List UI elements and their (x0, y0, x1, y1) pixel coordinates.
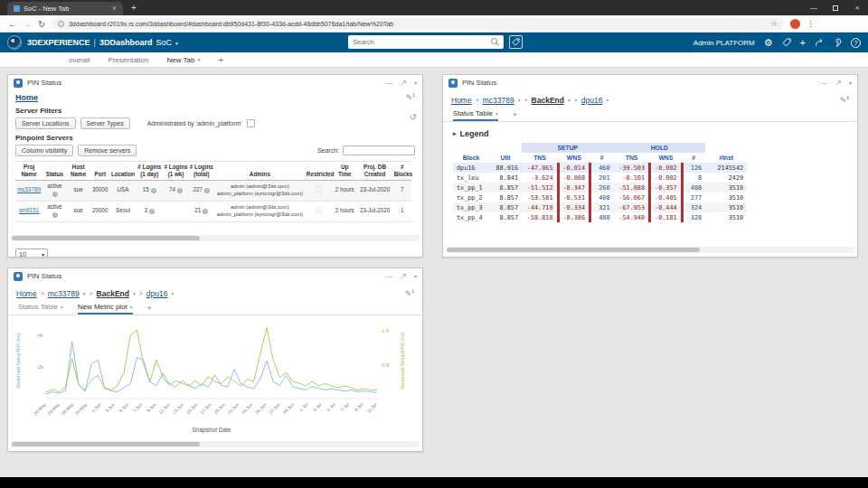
edit-widget-button[interactable]: ✎1 (840, 95, 849, 105)
restricted-checkbox[interactable] (316, 186, 323, 193)
browser-menu-icon[interactable]: ⋮ (807, 19, 815, 28)
breadcrumb-home[interactable]: Home (451, 96, 472, 105)
tab-presentation[interactable]: Presentation (108, 56, 149, 64)
chevron-down-icon[interactable]: ▾ (606, 98, 609, 103)
gear-icon[interactable]: ⚙ (764, 38, 773, 48)
help-icon[interactable]: ? (851, 38, 861, 48)
column-header[interactable]: Host Name (67, 162, 90, 181)
widget-minimize-icon[interactable]: — (386, 80, 392, 86)
server-locations-button[interactable]: Server Locations (15, 117, 76, 129)
chevron-down-icon[interactable]: ▾ (518, 98, 521, 103)
search-icon[interactable] (491, 38, 499, 46)
breadcrumb-project[interactable]: mc33789 (48, 289, 80, 298)
window-maximize-icon[interactable] (825, 0, 846, 15)
reload-icon[interactable]: ↻ (38, 19, 45, 29)
info-icon[interactable]: i (151, 188, 156, 193)
breadcrumb-stage[interactable]: BackEnd (97, 289, 129, 298)
chevron-down-icon[interactable]: ▾ (61, 305, 63, 310)
column-header[interactable]: Proj Name (15, 162, 42, 181)
column-header[interactable]: Block (453, 153, 489, 163)
column-header[interactable]: # Logins (total) (189, 162, 214, 181)
chevron-down-icon[interactable]: ▾ (130, 305, 133, 310)
edit-widget-button[interactable]: ✎1 (406, 92, 415, 102)
info-icon[interactable]: i (52, 192, 58, 197)
breadcrumb-block[interactable]: dpu16 (581, 96, 603, 105)
widget-expand-icon[interactable] (400, 273, 407, 280)
tab-status-table[interactable]: Status Table ▾ (18, 303, 63, 314)
widget-expand-icon[interactable] (400, 80, 407, 87)
chevron-down-icon[interactable]: ▾ (568, 98, 571, 103)
column-header[interactable]: WNS (558, 153, 590, 163)
horizontal-scrollbar[interactable] (446, 247, 854, 253)
add-widget-tab-button[interactable]: + (147, 304, 152, 314)
chevron-down-icon[interactable]: ▾ (83, 291, 86, 296)
window-minimize-icon[interactable]: — (803, 0, 825, 15)
legend-toggle[interactable]: ▸ Legend (443, 122, 857, 142)
server-types-button[interactable]: Server Types (80, 117, 130, 129)
column-visibility-button[interactable]: Column visibility (15, 145, 73, 156)
horizontal-scrollbar[interactable] (11, 441, 420, 447)
remove-servers-button[interactable]: Remove servers (78, 145, 137, 156)
chevron-down-icon[interactable]: ▾ (133, 291, 136, 296)
scrollbar-thumb[interactable] (12, 236, 200, 240)
widget-minimize-icon[interactable]: — (386, 273, 392, 279)
dashboard-caret-icon[interactable]: ▾ (175, 41, 178, 46)
new-tab-button[interactable]: + (131, 3, 137, 13)
info-icon[interactable]: i (177, 188, 183, 193)
compass-widget-icon[interactable] (782, 38, 791, 47)
breadcrumb-project[interactable]: mc33789 (483, 96, 514, 105)
wrench-icon[interactable] (833, 38, 842, 47)
column-header[interactable]: TNS (614, 153, 650, 163)
forward-icon[interactable]: → (24, 19, 33, 29)
window-close-icon[interactable]: × (846, 0, 868, 15)
3ds-compass-logo[interactable] (7, 35, 22, 50)
tag-search-button[interactable] (509, 35, 523, 49)
address-field[interactable]: i 3ddashboard.r2019x.rs.com/3ddashboard/… (52, 18, 784, 30)
column-header[interactable]: #Inst (705, 153, 747, 163)
project-link[interactable]: sm8151 (19, 207, 39, 213)
column-header[interactable]: # (590, 153, 614, 163)
horizontal-scrollbar[interactable] (11, 235, 420, 241)
info-icon[interactable]: i (52, 212, 58, 218)
widget-menu-icon[interactable]: ▾ (414, 273, 417, 279)
widget-menu-icon[interactable]: ▾ (849, 80, 852, 86)
widget-minimize-icon[interactable]: — (821, 80, 827, 86)
widget-expand-icon[interactable] (835, 80, 842, 87)
column-header[interactable]: # (682, 153, 705, 163)
tab-overall[interactable]: overall (69, 56, 90, 64)
breadcrumb-stage[interactable]: BackEnd (532, 96, 564, 105)
info-icon[interactable]: i (203, 209, 208, 214)
column-header[interactable]: Location (110, 162, 136, 181)
breadcrumb-home[interactable]: Home (16, 289, 37, 298)
tab-new-metric-plot[interactable]: New Metric plot ▾ (78, 303, 133, 314)
column-header[interactable]: TNS (522, 153, 558, 163)
widget-menu-icon[interactable]: ▾ (414, 80, 417, 86)
share-icon[interactable] (815, 38, 824, 47)
chevron-down-icon[interactable]: ▾ (495, 111, 498, 117)
column-header[interactable]: Port (90, 162, 110, 181)
back-icon[interactable]: ← (8, 19, 17, 29)
add-widget-tab-button[interactable]: + (513, 110, 517, 121)
column-header[interactable]: Proj. DB Created (356, 162, 392, 181)
site-info-icon[interactable]: i (58, 21, 64, 27)
admin-filter-checkbox[interactable] (247, 119, 255, 127)
add-tab-button[interactable]: + (218, 54, 223, 65)
tab-caret-icon[interactable]: ▾ (197, 57, 200, 62)
header-search[interactable] (348, 35, 504, 49)
column-header[interactable]: Restricted (306, 162, 333, 181)
reset-icon[interactable]: ↺ (410, 112, 417, 122)
edit-widget-button[interactable]: ✎1 (405, 288, 414, 298)
table-search-input[interactable] (343, 145, 415, 155)
column-header[interactable]: # Logins (1 day) (136, 162, 163, 181)
tab-new-tab[interactable]: New Tab ▾ (167, 56, 201, 64)
scrollbar-thumb[interactable] (447, 248, 700, 252)
info-icon[interactable]: i (149, 209, 155, 214)
column-header[interactable]: Admins (214, 162, 306, 181)
scrollbar-thumb[interactable] (12, 442, 200, 446)
chevron-down-icon[interactable]: ▾ (171, 291, 174, 296)
user-name[interactable]: Admin PLATFORM (693, 39, 755, 47)
column-header[interactable]: Up Time (333, 162, 356, 181)
column-header[interactable]: WNS (650, 153, 683, 163)
profile-avatar[interactable] (790, 19, 800, 29)
info-icon[interactable]: i (204, 188, 210, 193)
